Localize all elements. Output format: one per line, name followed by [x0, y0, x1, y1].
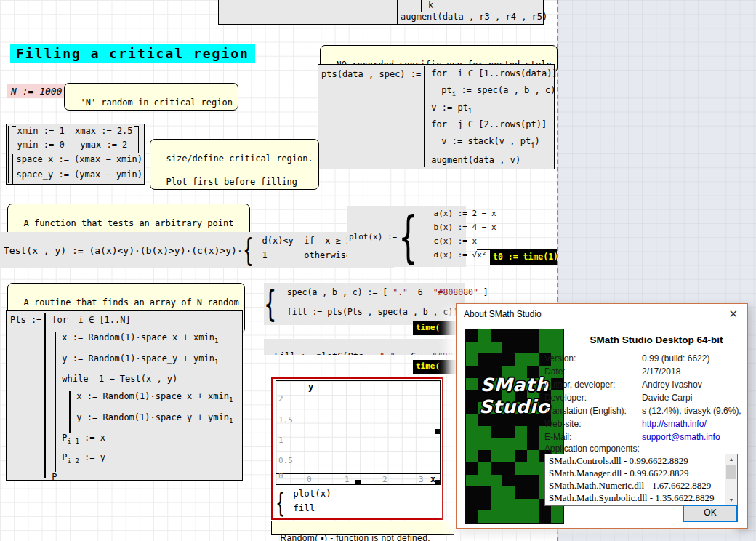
- legend-brace: {: [276, 488, 293, 517]
- value-version: 0.99 (build: 6622): [642, 353, 709, 364]
- pts-function-block[interactable]: pts(data , spec) := for i ∈ [1..rows(dat…: [318, 64, 555, 169]
- about-dialog[interactable]: About SMath Studio ✕ SMath Studio SMath …: [456, 303, 748, 529]
- plotdef-brace: {: [398, 207, 433, 265]
- routine-for: for i ∈ [1..N]: [52, 313, 233, 332]
- scroll-up-icon[interactable]: ▲: [725, 454, 737, 465]
- formula-divider: [397, 0, 398, 24]
- pts-head: pts(data , spec) :=: [318, 65, 424, 169]
- label-developer: Developer:: [544, 393, 587, 403]
- page-title[interactable]: Filling a critical region: [10, 44, 255, 63]
- x-tick-0: 0: [307, 475, 312, 484]
- ok-button[interactable]: OK: [683, 505, 738, 522]
- note-n-random[interactable]: 'N' random in critical region: [64, 83, 238, 111]
- components-listbox[interactable]: SMath.Controls.dll - 0.99.6622.8829 SMat…: [544, 454, 738, 506]
- component-item[interactable]: SMath.Math.Symbolic.dll - 1.35.6622.8829: [545, 492, 737, 504]
- pts-routine-block[interactable]: Pts := for i ∈ [1..N] x := Random(1)·spa…: [6, 310, 243, 481]
- dialog-titlebar[interactable]: About SMath Studio ✕: [457, 304, 747, 324]
- pts-line-pt: pti := spec(a , b , c): [431, 85, 557, 103]
- pts-line-for1: for i ∈ [1..rows(data)]: [431, 66, 557, 85]
- routine-x1: x := Random(1)·space_x + xmin1: [62, 332, 233, 353]
- label-website: Web-site:: [544, 419, 581, 429]
- y-axis-label: y: [308, 382, 313, 392]
- t0-time-box[interactable]: t0 := time(1): [490, 249, 557, 265]
- label-email: E-Mail:: [544, 432, 571, 442]
- x-tick-2: 2: [382, 475, 387, 484]
- plotdef-c: c(x) := x: [434, 236, 506, 250]
- cases-brace: {: [243, 234, 262, 266]
- plot-definition-block[interactable]: plot(x) := { a(x) := 2 − x b(x) := 4 − x…: [347, 206, 466, 267]
- y-tick-2: 2: [278, 394, 284, 404]
- test-formula[interactable]: Test(x , y) := (a(x)<y)·(b(x)>y)·(c(x)>y…: [0, 232, 394, 268]
- routine-return: P: [52, 472, 233, 485]
- spec-brace: {: [264, 284, 287, 324]
- plot-canvas[interactable]: y x 2 1.5 1 0.5 0 0 1 2 3: [276, 380, 441, 485]
- y-axis: [305, 381, 305, 484]
- nested-bar: [421, 0, 422, 12]
- system-bracket-left: [8, 126, 9, 183]
- note-size-define[interactable]: size/define critical region. Plot first …: [150, 139, 319, 190]
- value-translation: s (12.4%), tivasyk (9.6%),: [642, 406, 741, 416]
- website-link[interactable]: http://smath.info/: [642, 419, 707, 429]
- dialog-heading: SMath Studio Desktop 64-bit: [567, 334, 746, 345]
- plotdef-a: a(x) := 2 − x: [434, 209, 506, 223]
- component-item[interactable]: SMath.Math.Numeric.dll - 1.67.6622.8829: [545, 479, 737, 492]
- region-definition-block[interactable]: xmin := 1 xmax := 2.5 ymin := 0 ymax := …: [6, 124, 145, 185]
- email-link[interactable]: support@smath.info: [642, 432, 720, 442]
- time-box-1[interactable]: time(: [413, 321, 456, 335]
- n-definition[interactable]: N := 1000: [7, 84, 65, 98]
- value-author: Andrey Ivashov: [642, 380, 702, 390]
- listbox-scrollbar[interactable]: ▲ ▼: [725, 454, 737, 505]
- matrix-bracket-left: [12, 126, 16, 153]
- top-formula-block[interactable]: k augment(data , r3 , r4 , r5): [218, 0, 544, 25]
- test-lhs: Test(x , y) := (a(x)<y)·(b(x)>y)·(c(x)>y…: [4, 245, 243, 256]
- test-case1: d(x)<y if x ≥ 2: [262, 236, 351, 250]
- time-box-2[interactable]: time(: [413, 360, 456, 374]
- resize-handle-bottom[interactable]: [355, 480, 361, 485]
- plot-region[interactable]: y x 2 1.5 1 0.5 0 0 1 2 3 { plot(x) fill: [271, 377, 443, 520]
- y-tick-1-5: 1.5: [278, 415, 293, 425]
- scroll-down-icon[interactable]: ▼: [725, 495, 737, 505]
- resize-handle-right[interactable]: [435, 429, 441, 434]
- routine-y2: y := Random(1)·space_y + ymin1: [76, 412, 233, 433]
- value-developer: Davide Carpi: [642, 393, 692, 403]
- scroll-thumb[interactable]: [726, 465, 736, 479]
- label-version: Version:: [544, 353, 576, 364]
- y-tick-0-5: 0.5: [278, 456, 293, 465]
- value-date: 2/17/2018: [642, 366, 680, 377]
- fill-plotg-line[interactable]: Fill := plotG(Pts , "." , 6 , "#8080: [264, 339, 456, 355]
- test-case2: 1 otherwise: [262, 250, 351, 265]
- region-space-y: space_y := (ymax − ymin): [12, 169, 142, 184]
- pts-line-augment: augment(data , v): [431, 155, 557, 169]
- spec-fill-block[interactable]: { spec(a , b , c) := [ "." 6 "#808080" ]…: [264, 283, 465, 325]
- routine-p2: Pi 2 := y: [62, 452, 233, 472]
- region-ymin-ymax: ymin := 0 ymax := 2: [17, 140, 133, 153]
- formula-k: k: [428, 0, 433, 10]
- matrix-bracket-right: [134, 126, 139, 153]
- routine-x2: x := Random(1)·space_x + xmin1: [76, 391, 233, 412]
- error-message: Random( ▪) - function is not defined.: [271, 521, 454, 535]
- close-icon[interactable]: ✕: [728, 308, 738, 321]
- plotdef-b: b(x) := 4 − x: [434, 223, 506, 236]
- label-translation: Translation (English):: [544, 406, 627, 416]
- component-item[interactable]: SMath.Controls.dll - 0.99.6622.8829: [545, 454, 737, 467]
- routine-y1: y := Random(1)·space_y + ymin1: [62, 353, 233, 374]
- component-item[interactable]: SMath.Manager.dll - 0.99.6622.8829: [545, 467, 737, 479]
- x-axis: [276, 473, 440, 474]
- pts-line-v: v := pt1: [431, 103, 557, 119]
- routine-head: Pts :=: [7, 311, 44, 480]
- plot-expression-list[interactable]: { plot(x) fill: [276, 488, 331, 517]
- dialog-title: About SMath Studio: [464, 309, 542, 319]
- formula-augment: augment(data , r3 , r4 , r5): [401, 12, 547, 22]
- plot-expression-2: fill: [293, 502, 331, 517]
- resize-handle-corner[interactable]: [435, 480, 441, 485]
- y-tick-1: 1: [278, 436, 284, 445]
- routine-p1: Pi 1 := x: [62, 433, 233, 452]
- routine-while: while 1 − Test(x , y): [62, 374, 233, 391]
- region-space-x: space_x := (xmax − xmin): [12, 154, 142, 169]
- region-xmin-xmax: xmin := 1 xmax := 2.5: [17, 126, 133, 140]
- x-tick-1: 1: [345, 475, 350, 484]
- label-date: Date:: [544, 366, 566, 377]
- pts-line-for2: for j ∈ [2..rows(pt)]: [431, 119, 557, 136]
- plot-expression-1: plot(x): [293, 488, 331, 502]
- components-label: Application components:: [544, 444, 640, 454]
